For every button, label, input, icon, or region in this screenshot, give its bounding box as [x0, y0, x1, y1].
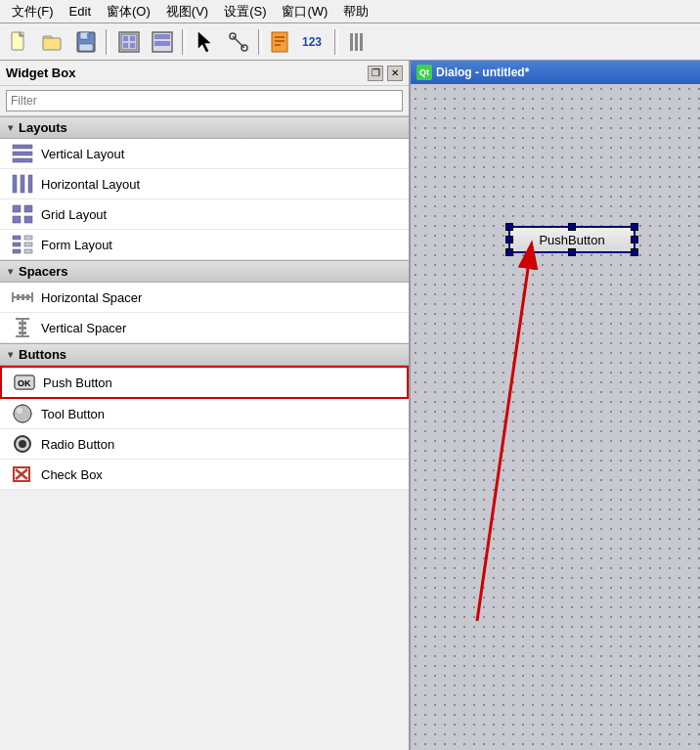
widget-box-title: Widget Box: [6, 66, 75, 80]
svg-point-66: [19, 440, 26, 448]
svg-rect-40: [24, 216, 32, 223]
svg-rect-35: [21, 175, 24, 193]
form-layout-icon: [12, 234, 33, 255]
handle-bottom-middle[interactable]: [568, 248, 576, 256]
menubar: 文件(F) Edit 窗体(O) 视图(V) 设置(S) 窗口(W) 帮助: [0, 0, 700, 23]
handle-top-middle[interactable]: [568, 223, 576, 231]
layouts-section-header[interactable]: ▾ Layouts: [0, 116, 409, 139]
vertical-layout-icon: [12, 143, 33, 164]
svg-rect-26: [275, 44, 281, 46]
layout-1-icon: [117, 30, 141, 54]
svg-point-64: [17, 408, 22, 414]
buttons-arrow-icon: ▾: [8, 349, 13, 360]
menu-help[interactable]: 帮助: [335, 1, 376, 22]
svg-rect-44: [24, 243, 32, 246]
number-button[interactable]: 123: [299, 27, 330, 57]
grip-icon: [348, 30, 368, 54]
menu-window[interactable]: 窗体(O): [99, 1, 158, 22]
svg-rect-13: [130, 36, 135, 41]
hspacer-icon: [12, 287, 33, 308]
svg-rect-36: [28, 175, 32, 193]
svg-rect-57: [19, 327, 26, 330]
svg-text:123: 123: [302, 35, 322, 49]
form-layout-item[interactable]: Form Layout: [0, 230, 409, 260]
edit-button[interactable]: [266, 27, 297, 57]
save-icon: [74, 30, 98, 54]
canvas-area: Qt Dialog - untitled* PushButton: [411, 61, 700, 750]
menu-edit[interactable]: Edit: [62, 2, 99, 21]
form-layout-label: Form Layout: [41, 238, 112, 252]
menu-settings[interactable]: 设置(S): [216, 1, 274, 22]
svg-rect-15: [130, 43, 135, 48]
toolbtn-icon: [12, 403, 33, 424]
open-file-icon: [41, 30, 65, 54]
spacers-section-label: Spacers: [19, 264, 68, 279]
push-button-item[interactable]: OK Push Button: [0, 366, 409, 399]
radiobtn-icon: [12, 433, 33, 455]
svg-rect-5: [43, 38, 61, 50]
toolbar: 123: [0, 23, 700, 61]
widget-box-panel: Widget Box ❐ ✕ ▾ Layouts: [0, 61, 411, 750]
handle-middle-right[interactable]: [631, 236, 638, 243]
filter-container: [0, 86, 409, 116]
svg-rect-39: [13, 216, 21, 223]
handle-top-left[interactable]: [505, 223, 513, 231]
filter-input[interactable]: [6, 90, 403, 111]
save-button[interactable]: [70, 27, 102, 57]
svg-rect-24: [275, 36, 284, 38]
svg-rect-31: [13, 145, 32, 149]
connect-icon: [227, 30, 250, 54]
handle-bottom-left[interactable]: [505, 248, 513, 256]
layout-button-1[interactable]: [113, 27, 145, 57]
layout-button-2[interactable]: [147, 27, 178, 57]
menu-view[interactable]: 视图(V): [158, 1, 216, 22]
wb-float-button[interactable]: ❐: [368, 66, 383, 81]
svg-rect-52: [26, 294, 29, 300]
wb-close-button[interactable]: ✕: [387, 66, 403, 81]
new-button[interactable]: [4, 27, 35, 57]
handle-middle-left[interactable]: [505, 236, 513, 243]
vertical-spacer-item[interactable]: Vertical Spacer: [0, 313, 409, 343]
grid-layout-item[interactable]: Grid Layout: [0, 199, 409, 230]
svg-rect-32: [13, 152, 32, 155]
menu-file[interactable]: 文件(F): [4, 1, 62, 22]
svg-rect-12: [123, 36, 128, 41]
qt-logo: Qt: [416, 65, 432, 80]
buttons-section-label: Buttons: [19, 347, 66, 362]
svg-rect-38: [24, 205, 32, 212]
widget-list: ▾ Layouts Vertical Layout: [0, 116, 409, 750]
handle-bottom-right[interactable]: [631, 248, 638, 256]
svg-point-63: [14, 405, 31, 422]
pushbtn-icon: OK: [14, 372, 35, 393]
svg-rect-34: [13, 175, 17, 193]
pointer-button[interactable]: [190, 27, 221, 57]
checkbox-icon: [12, 463, 33, 485]
vertical-layout-item[interactable]: Vertical Layout: [0, 139, 409, 169]
open-button[interactable]: [37, 27, 68, 57]
svg-rect-58: [19, 331, 26, 334]
check-box-item[interactable]: Check Box: [0, 460, 409, 490]
spacers-section-header[interactable]: ▾ Spacers: [0, 260, 409, 283]
dialog-content[interactable]: PushButton: [411, 84, 700, 750]
buttons-section-header[interactable]: ▾ Buttons: [0, 343, 409, 366]
radio-button-item[interactable]: Radio Button: [0, 429, 409, 460]
dialog-titlebar: Qt Dialog - untitled*: [411, 61, 700, 84]
vertical-layout-label: Vertical Layout: [41, 147, 124, 161]
svg-rect-9: [87, 33, 89, 38]
svg-rect-45: [13, 249, 21, 253]
widget-box-header: Widget Box ❐ ✕: [0, 61, 409, 86]
horizontal-spacer-item[interactable]: Horizontal Spacer: [0, 283, 409, 313]
svg-marker-19: [198, 32, 210, 52]
pushbutton-widget[interactable]: PushButton: [508, 226, 635, 253]
svg-rect-17: [154, 34, 170, 39]
wb-header-buttons: ❐ ✕: [368, 66, 403, 81]
horizontal-layout-item[interactable]: Horizontal Layout: [0, 169, 409, 199]
svg-rect-28: [350, 33, 353, 51]
grip-button[interactable]: [342, 27, 373, 57]
connect-button[interactable]: [223, 27, 254, 57]
handle-top-right[interactable]: [631, 223, 638, 231]
toolbar-separator-2: [182, 29, 186, 55]
pointer-icon: [194, 30, 217, 54]
menu-winmgr[interactable]: 窗口(W): [274, 1, 335, 22]
tool-button-item[interactable]: Tool Button: [0, 399, 409, 429]
